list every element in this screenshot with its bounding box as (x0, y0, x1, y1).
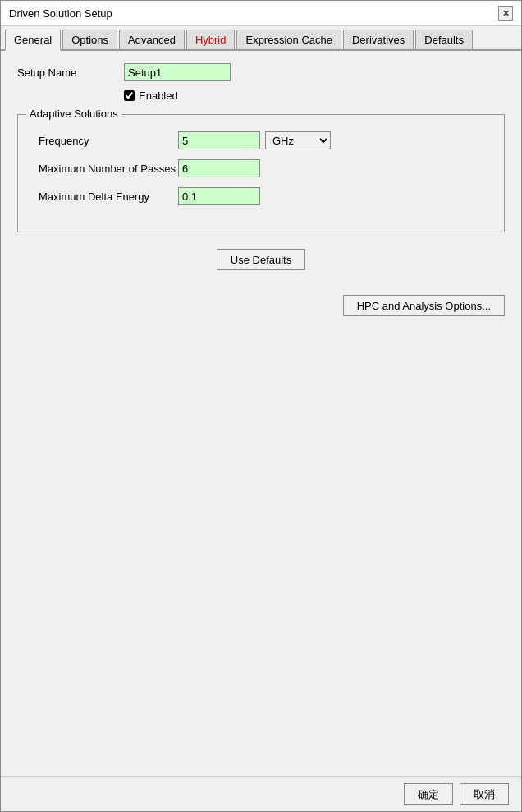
hpc-button-row: HPC and Analysis Options... (17, 295, 505, 316)
window-title: Driven Solution Setup (9, 7, 112, 20)
tab-hybrid[interactable]: Hybrid (186, 30, 236, 49)
tab-defaults[interactable]: Defaults (415, 30, 473, 49)
group-content: Frequency GHz MHz Hz THz Maximum Number … (30, 131, 492, 205)
frequency-unit-select[interactable]: GHz MHz Hz THz (265, 131, 331, 149)
tab-general[interactable]: General (5, 30, 61, 51)
frequency-row: Frequency GHz MHz Hz THz (30, 131, 492, 149)
tab-bar: General Options Advanced Hybrid Expressi… (1, 26, 521, 51)
enabled-label: Enabled (139, 89, 178, 102)
group-title: Adaptive Solutions (26, 108, 121, 120)
frequency-input[interactable] (178, 131, 260, 149)
max-passes-row: Maximum Number of Passes (30, 159, 492, 177)
tab-options[interactable]: Options (62, 30, 117, 49)
max-passes-input[interactable] (178, 159, 260, 177)
max-delta-energy-input[interactable] (178, 187, 260, 205)
footer: 确定 取消 (1, 776, 521, 811)
title-bar: Driven Solution Setup ✕ (1, 1, 521, 26)
main-window: Driven Solution Setup ✕ General Options … (0, 0, 522, 812)
ok-button[interactable]: 确定 (404, 783, 453, 805)
tab-expression-cache[interactable]: Expression Cache (236, 30, 341, 49)
use-defaults-row: Use Defaults (17, 249, 505, 270)
content-area: Setup Name Enabled Adaptive Solutions Fr… (1, 51, 521, 553)
use-defaults-button[interactable]: Use Defaults (217, 249, 305, 270)
max-delta-energy-row: Maximum Delta Energy (30, 187, 492, 205)
cancel-button[interactable]: 取消 (460, 783, 509, 805)
tab-advanced[interactable]: Advanced (119, 30, 185, 49)
enabled-checkbox[interactable] (124, 90, 135, 101)
setup-name-label: Setup Name (17, 67, 124, 79)
enabled-row: Enabled (124, 89, 505, 102)
setup-name-input[interactable] (124, 63, 231, 81)
frequency-label: Frequency (30, 135, 178, 147)
hpc-analysis-button[interactable]: HPC and Analysis Options... (343, 295, 505, 316)
adaptive-solutions-group: Adaptive Solutions Frequency GHz MHz Hz … (17, 114, 505, 232)
max-delta-energy-label: Maximum Delta Energy (30, 190, 178, 203)
close-button[interactable]: ✕ (498, 6, 513, 21)
max-passes-label: Maximum Number of Passes (30, 163, 178, 175)
tab-derivatives[interactable]: Derivatives (343, 30, 414, 49)
setup-name-row: Setup Name (17, 63, 505, 81)
